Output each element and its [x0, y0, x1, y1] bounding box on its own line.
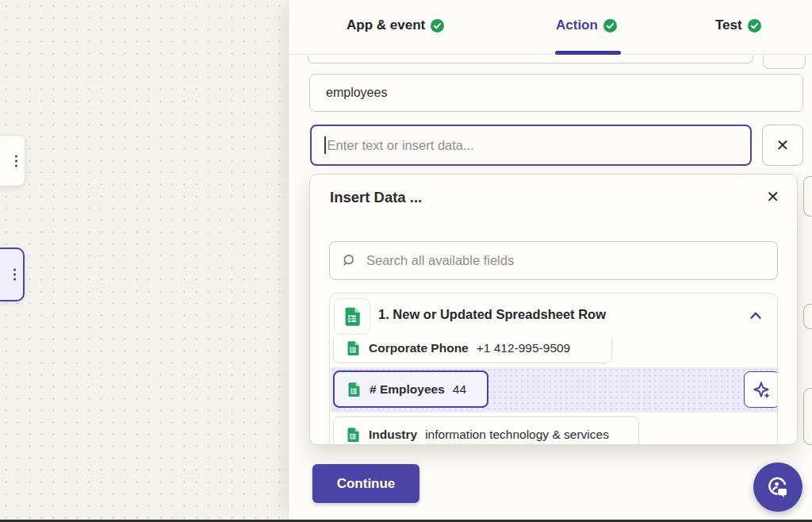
close-panel-button[interactable]: ✕ — [766, 187, 779, 206]
kebab-menu-icon[interactable] — [13, 269, 16, 281]
google-sheets-icon — [342, 306, 362, 327]
google-sheets-icon — [345, 427, 361, 443]
selected-field-row: # Employees 44 — [331, 367, 778, 413]
active-tab-underline — [555, 51, 621, 55]
chevron-up-icon[interactable] — [747, 307, 764, 328]
google-sheets-icon — [346, 382, 362, 397]
insert-data-panel: Insert Data ... ✕ Corporate Phone +1 412… — [309, 174, 798, 445]
ai-suggest-button[interactable] — [744, 371, 778, 408]
tab-label: Test — [715, 17, 742, 33]
text-caret — [324, 136, 326, 154]
zap-step-card-selected[interactable] — [0, 248, 25, 301]
clipped-edge-box — [803, 388, 812, 445]
help-chat-button[interactable] — [753, 463, 802, 512]
clipped-edge-box — [803, 176, 812, 217]
field-value-input[interactable] — [309, 74, 803, 112]
field-label: Corporate Phone — [369, 341, 469, 355]
step1-fields-group: Corporate Phone +1 412-995-9509 # Employ… — [329, 293, 778, 445]
search-input[interactable] — [365, 252, 765, 269]
check-circle-icon — [431, 19, 444, 33]
support-agent-icon — [764, 474, 791, 501]
field-chip-employees[interactable]: # Employees 44 — [333, 370, 488, 408]
field-chip-industry[interactable]: Industry information technology & servic… — [333, 416, 639, 445]
continue-button[interactable]: Continue — [312, 464, 419, 503]
app-icon-tile — [334, 298, 370, 335]
group-title: 1. New or Updated Spreadsheet Row — [378, 307, 606, 322]
google-sheets-icon — [345, 340, 361, 356]
tab-label: App & event — [347, 17, 425, 33]
kebab-menu-icon[interactable] — [15, 155, 17, 167]
insert-data-input[interactable]: Enter text or insert data... — [310, 125, 752, 166]
check-circle-icon — [748, 19, 761, 33]
clipped-input-above — [308, 56, 753, 63]
search-icon — [342, 253, 357, 268]
field-value: 44 — [453, 382, 466, 397]
field-label: Industry — [369, 428, 417, 442]
tab-label: Action — [556, 17, 598, 33]
clipped-button-above — [763, 56, 806, 69]
zap-editor: App & event Action Test Enter text or in… — [0, 0, 812, 522]
close-icon: ✕ — [766, 188, 779, 205]
input-placeholder: Enter text or insert data... — [327, 138, 474, 153]
tab-app-event[interactable]: App & event — [347, 16, 444, 35]
check-circle-icon — [603, 19, 617, 33]
insert-data-title: Insert Data ... — [330, 189, 422, 206]
tab-test[interactable]: Test — [715, 16, 761, 35]
clear-field-button[interactable]: ✕ — [762, 125, 803, 166]
clear-icon: ✕ — [776, 136, 790, 155]
field-value: +1 412-995-9509 — [477, 341, 571, 355]
sparkle-icon — [752, 379, 772, 400]
zap-step-card[interactable] — [0, 135, 25, 186]
tabs-divider — [288, 54, 812, 55]
clipped-edge-box — [803, 304, 812, 329]
tab-action[interactable]: Action — [556, 16, 617, 35]
group-header[interactable]: 1. New or Updated Spreadsheet Row — [330, 294, 777, 339]
fields-search-box[interactable] — [329, 241, 778, 280]
field-value: information technology & services — [425, 428, 609, 442]
field-label: # Employees — [370, 382, 445, 397]
